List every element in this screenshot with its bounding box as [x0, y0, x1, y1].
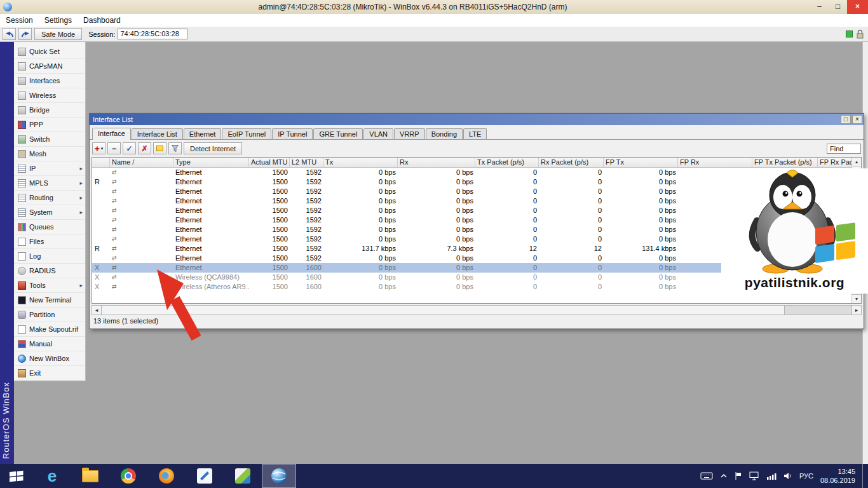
cell-type: Ethernet — [173, 215, 249, 225]
dialog-close-button[interactable]: × — [852, 115, 862, 124]
sidebar-item-switch[interactable]: Switch — [14, 132, 85, 147]
tab-ethernet[interactable]: Ethernet — [184, 128, 222, 139]
network-signal-icon[interactable] — [766, 472, 776, 480]
sidebar-item-manual[interactable]: Manual — [14, 337, 85, 351]
dialog-titlebar[interactable]: Interface List □ × — [90, 114, 864, 125]
sidebar-item-ppp[interactable]: PPP — [14, 118, 85, 132]
undo-button[interactable] — [3, 28, 16, 40]
menu-dashboard[interactable]: Dashboard — [78, 14, 126, 27]
touch-keyboard-icon[interactable] — [700, 471, 713, 480]
add-button[interactable]: + ▾ — [92, 142, 105, 154]
column-header-rx[interactable]: Rx — [398, 158, 475, 167]
enable-button[interactable]: ✓ — [123, 142, 136, 154]
cell-flag — [92, 225, 110, 234]
sidebar-item-bridge[interactable]: Bridge — [14, 103, 85, 118]
column-header-actual_mtu[interactable]: Actual MTU — [249, 158, 290, 167]
sidebar-item-queues[interactable]: Queues — [14, 220, 85, 234]
taskbar-chrome[interactable] — [109, 464, 147, 488]
column-header-type[interactable]: Type — [173, 158, 249, 167]
cell-tx: 0 bps — [323, 168, 398, 177]
column-header-l2_mtu[interactable]: L2 MTU — [290, 158, 323, 167]
sidebar-item-wireless[interactable]: Wireless — [14, 88, 85, 103]
taskbar-writer-app[interactable] — [186, 464, 224, 488]
sidebar-item-files[interactable]: Files — [14, 234, 85, 249]
dialog-restore-button[interactable]: □ — [841, 115, 851, 124]
scroll-right-icon[interactable]: ▸ — [851, 306, 861, 315]
sidebar-item-log[interactable]: Log — [14, 249, 85, 264]
taskbar-media-app[interactable] — [224, 464, 262, 488]
cell-tx: 0 bps — [323, 187, 398, 196]
sidebar-item-interfaces[interactable]: Interfaces — [14, 74, 85, 88]
tab-vrrp[interactable]: VRRP — [394, 128, 425, 139]
taskbar-firefox[interactable] — [147, 464, 186, 488]
window-titlebar[interactable]: admin@74:4D:28:5C:03:28 (MikroTik) - Win… — [0, 0, 868, 14]
safe-mode-button[interactable]: Safe Mode — [34, 28, 82, 40]
detect-internet-button[interactable]: Detect Internet — [184, 142, 242, 154]
disable-button[interactable]: ✗ — [138, 142, 151, 154]
column-header-fp_rx[interactable]: FP Rx — [678, 158, 752, 167]
chevron-up-icon[interactable] — [720, 473, 728, 478]
redo-button[interactable] — [18, 28, 32, 40]
table-horizontal-scrollbar[interactable]: ◂ ▸ — [92, 305, 862, 315]
sidebar-item-mesh[interactable]: Mesh — [14, 147, 85, 161]
comment-button[interactable] — [153, 142, 166, 154]
tab-lte[interactable]: LTE — [463, 128, 487, 139]
minimize-button[interactable]: – — [810, 0, 829, 14]
tab-vlan[interactable]: VLAN — [363, 128, 393, 139]
sidebar-item-ip[interactable]: IP▸ — [14, 161, 85, 176]
display-icon[interactable] — [749, 471, 759, 480]
find-button[interactable]: Find — [827, 144, 861, 154]
menu-settings[interactable]: Settings — [39, 14, 78, 27]
scroll-left-icon[interactable]: ◂ — [92, 306, 102, 315]
sidebar-item-mpls[interactable]: MPLS▸ — [14, 176, 85, 191]
taskbar-file-explorer[interactable] — [71, 464, 109, 488]
column-header-tx[interactable]: Tx — [323, 158, 398, 167]
sidebar-item-radius[interactable]: RADIUS — [14, 264, 85, 278]
column-header-name[interactable]: Name/ — [110, 158, 173, 167]
column-header-flag[interactable] — [92, 158, 110, 167]
taskbar-internet-explorer[interactable]: e — [33, 464, 71, 488]
sidebar-item-tools[interactable]: Tools▸ — [14, 278, 85, 293]
sidebar-item-label: New WinBox — [29, 355, 69, 362]
tab-bonding[interactable]: Bonding — [426, 128, 463, 139]
sidebar-item-exit[interactable]: Exit — [14, 366, 85, 381]
sidebar-item-label: MPLS — [29, 179, 48, 187]
filter-button[interactable] — [168, 142, 182, 154]
sidebar-item-new-winbox[interactable]: New WinBox — [14, 351, 85, 366]
menu-session[interactable]: Session — [0, 14, 39, 27]
tab-eoip-tunnel[interactable]: EoIP Tunnel — [222, 128, 271, 139]
sidebar-item-system[interactable]: System▸ — [14, 205, 85, 220]
clock[interactable]: 13:45 08.06.2019 — [820, 467, 855, 485]
cell-type: Ethernet — [173, 263, 249, 273]
taskbar-winbox[interactable] — [262, 464, 296, 488]
close-button[interactable]: × — [847, 0, 868, 14]
tab-gre-tunnel[interactable]: GRE Tunnel — [313, 128, 363, 139]
tab-interface-list[interactable]: Interface List — [132, 128, 183, 139]
cell-type: Ethernet — [173, 187, 249, 196]
maximize-button[interactable]: □ — [829, 0, 847, 14]
column-header-rx_packet[interactable]: Rx Packet (p/s) — [539, 158, 604, 167]
tab-interface[interactable]: Interface — [92, 128, 131, 140]
volume-icon[interactable] — [783, 472, 792, 480]
sidebar-item-quick-set[interactable]: Quick Set — [14, 44, 85, 59]
tab-ip-tunnel[interactable]: IP Tunnel — [272, 128, 313, 139]
column-header-tx_packet[interactable]: Tx Packet (p/s) — [475, 158, 539, 167]
horizontal-scroll-thumb[interactable] — [102, 306, 785, 315]
column-header-fp_tx[interactable]: FP Tx — [604, 158, 678, 167]
scroll-down-icon[interactable]: ▾ — [852, 294, 861, 303]
sidebar-item-partition[interactable]: Partition — [14, 308, 85, 322]
scroll-up-icon[interactable]: ▴ — [852, 158, 861, 166]
show-desktop-button[interactable] — [862, 464, 866, 488]
action-center-flag-icon[interactable] — [735, 471, 742, 480]
remove-button[interactable]: − — [107, 142, 121, 154]
sidebar-item-make-supout[interactable]: Make Supout.rif — [14, 322, 85, 337]
sidebar-item-capsman[interactable]: CAPsMAN — [14, 59, 85, 74]
cell-fp_tx: 0 bps — [604, 225, 678, 234]
session-field[interactable]: 74:4D:28:5C:03:28 — [118, 29, 187, 39]
start-button[interactable] — [0, 464, 33, 488]
sidebar-item-routing[interactable]: Routing▸ — [14, 191, 85, 205]
cell-name: ⇄ether1 — [110, 168, 173, 177]
column-header-fp_tx_packet[interactable]: FP Tx Packet (p/s) — [752, 158, 818, 167]
language-indicator[interactable]: РУС — [799, 472, 813, 480]
sidebar-item-new-terminal[interactable]: New Terminal — [14, 293, 85, 308]
